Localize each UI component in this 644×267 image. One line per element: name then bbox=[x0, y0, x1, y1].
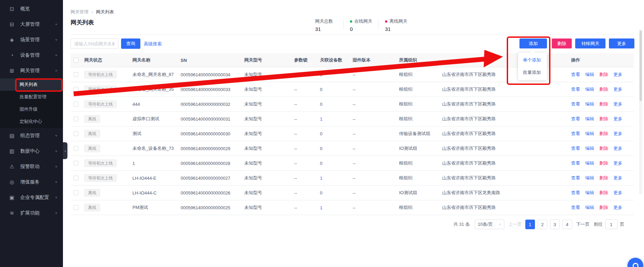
row-checkbox[interactable] bbox=[74, 176, 78, 180]
sidebar-item-data-center[interactable]: ▥数据中心∨ bbox=[0, 143, 63, 159]
edit-row-link[interactable]: 编辑 bbox=[585, 190, 594, 195]
advanced-search-link[interactable]: 高级搜索 bbox=[144, 41, 162, 47]
sidebar-item-scene-mgmt[interactable]: ◈场景管理∨ bbox=[0, 32, 63, 47]
sidebar-item-device-mgmt[interactable]: ◔设备管理∨ bbox=[0, 47, 63, 63]
support-float-button[interactable] bbox=[627, 258, 643, 267]
delete-row-link[interactable]: 删除 bbox=[599, 116, 608, 121]
transfer-gateway-button[interactable]: 转移网关 bbox=[575, 38, 605, 48]
view-row-link[interactable]: 查看 bbox=[571, 175, 580, 180]
dropdown-item-single-add[interactable]: 单个添加 bbox=[518, 54, 547, 66]
select-all-checkbox[interactable] bbox=[74, 58, 78, 63]
row-checkbox[interactable] bbox=[74, 116, 78, 121]
delete-row-link[interactable]: 删除 bbox=[599, 72, 608, 77]
linked-devices-count[interactable]: 1 bbox=[320, 176, 322, 181]
view-row-link[interactable]: 查看 bbox=[571, 205, 580, 210]
more-row-link[interactable]: 更多 bbox=[613, 116, 622, 121]
table-header-cell: 固件版本 bbox=[353, 57, 399, 63]
more-row-link[interactable]: 更多 bbox=[613, 205, 622, 210]
more-row-link[interactable]: 更多 bbox=[613, 175, 622, 180]
stats-divider bbox=[343, 19, 344, 29]
address-cell: 山东省济南市历下区龙奥南路 bbox=[442, 190, 571, 196]
param-lock-cell: -- bbox=[294, 205, 320, 210]
edit-row-link[interactable]: 编辑 bbox=[585, 160, 594, 166]
page-number-1[interactable]: 1 bbox=[525, 220, 535, 229]
delete-row-link[interactable]: 删除 bbox=[599, 101, 608, 107]
edit-row-link[interactable]: 编辑 bbox=[585, 101, 594, 107]
view-row-link[interactable]: 查看 bbox=[571, 131, 580, 136]
edit-row-link[interactable]: 编辑 bbox=[585, 205, 594, 210]
sidebar-item-gateway-mgmt[interactable]: ⊞网关管理∧ bbox=[0, 63, 63, 78]
param-lock-cell: -- bbox=[294, 72, 320, 77]
view-row-link[interactable]: 查看 bbox=[571, 146, 580, 151]
goto-page-input[interactable] bbox=[605, 220, 618, 229]
gateway-name-cell: PM测试 bbox=[132, 204, 181, 211]
search-input[interactable] bbox=[71, 38, 118, 49]
more-button[interactable]: 更多 bbox=[609, 38, 634, 48]
next-page-button[interactable]: 下一页 bbox=[576, 221, 590, 227]
sidebar-item-value-added-service[interactable]: ◎增值服务∨ bbox=[0, 174, 63, 190]
dropdown-item-batch-add[interactable]: 批量添加 bbox=[518, 66, 547, 79]
delete-row-link[interactable]: 删除 bbox=[599, 175, 608, 180]
view-row-link[interactable]: 查看 bbox=[571, 72, 580, 77]
sidebar-item-alarm-linkage[interactable]: ⚠报警联动∨ bbox=[0, 159, 63, 174]
row-checkbox[interactable] bbox=[74, 131, 78, 136]
edit-row-link[interactable]: 编辑 bbox=[585, 116, 594, 121]
edit-row-link[interactable]: 编辑 bbox=[585, 72, 594, 77]
org-cell: 传输设备测试组 bbox=[399, 131, 442, 137]
row-checkbox[interactable] bbox=[74, 190, 78, 195]
delete-row-link[interactable]: 删除 bbox=[599, 146, 608, 151]
more-row-link[interactable]: 更多 bbox=[613, 190, 622, 195]
query-button[interactable]: 查询 bbox=[121, 38, 140, 49]
linked-devices-count[interactable]: 1 bbox=[320, 116, 322, 122]
delete-row-link[interactable]: 删除 bbox=[599, 205, 608, 210]
sidebar-item-enterprise-config[interactable]: ▣企业专属配置∨ bbox=[0, 190, 63, 205]
more-row-link[interactable]: 更多 bbox=[613, 87, 622, 92]
linked-devices-count[interactable]: 1 bbox=[320, 205, 322, 210]
more-row-link[interactable]: 更多 bbox=[613, 131, 622, 136]
view-row-link[interactable]: 查看 bbox=[571, 87, 580, 92]
row-checkbox[interactable] bbox=[74, 72, 78, 77]
row-checkbox[interactable] bbox=[74, 102, 78, 107]
row-checkbox[interactable] bbox=[74, 146, 78, 151]
row-checkbox[interactable] bbox=[74, 205, 78, 210]
sn-cell: 00059614000000000033 bbox=[181, 87, 244, 92]
delete-row-link[interactable]: 删除 bbox=[599, 87, 608, 92]
row-checkbox[interactable] bbox=[74, 161, 78, 166]
sidebar-item-firmware-upgrade[interactable]: 固件升级 bbox=[0, 103, 63, 115]
delete-row-link[interactable]: 删除 bbox=[599, 131, 608, 136]
vertical-scrollbar[interactable] bbox=[639, 29, 642, 194]
sidebar-item-screen-mgmt[interactable]: ⊟大屏管理∨ bbox=[0, 16, 63, 32]
more-row-link[interactable]: 更多 bbox=[613, 72, 622, 77]
add-button[interactable]: 添加 bbox=[519, 38, 547, 48]
delete-row-link[interactable]: 删除 bbox=[599, 160, 608, 166]
sidebar-item-batch-config-mgmt[interactable]: 批量配置管理 bbox=[0, 91, 63, 103]
view-row-link[interactable]: 查看 bbox=[571, 160, 580, 166]
sidebar-collapse-handle[interactable]: ‹ bbox=[63, 142, 67, 159]
view-row-link[interactable]: 查看 bbox=[571, 116, 580, 121]
edit-row-link[interactable]: 编辑 bbox=[585, 175, 594, 180]
breadcrumb-parent[interactable]: 网关管理 bbox=[71, 9, 88, 14]
delete-button[interactable]: 删除 bbox=[552, 38, 572, 48]
sidebar-item-gateway-list[interactable]: 网关列表 bbox=[0, 78, 63, 91]
edit-row-link[interactable]: 编辑 bbox=[585, 146, 594, 151]
sidebar-item-customization-center[interactable]: 定制化中心 bbox=[0, 115, 63, 128]
edit-row-link[interactable]: 编辑 bbox=[585, 131, 594, 136]
page-number-3[interactable]: 3 bbox=[550, 220, 560, 229]
more-row-link[interactable]: 更多 bbox=[613, 146, 622, 151]
more-row-link[interactable]: 更多 bbox=[613, 160, 622, 166]
page-number-2[interactable]: 2 bbox=[538, 220, 547, 229]
page-number-4[interactable]: 4 bbox=[562, 220, 572, 229]
edit-row-link[interactable]: 编辑 bbox=[585, 87, 594, 92]
view-row-link[interactable]: 查看 bbox=[571, 101, 580, 107]
sidebar-item-extended-features[interactable]: ≋扩展功能∨ bbox=[0, 205, 63, 221]
page-size-select[interactable]: 10条/页 ∨ bbox=[475, 220, 504, 229]
prev-page-button[interactable]: 上一页 bbox=[508, 221, 522, 227]
sidebar-item-scada-mgmt[interactable]: ▤组态管理∨ bbox=[0, 128, 63, 143]
view-row-link[interactable]: 查看 bbox=[571, 190, 580, 195]
delete-row-link[interactable]: 删除 bbox=[599, 190, 608, 195]
gateway-name-cell: 444 bbox=[132, 102, 181, 107]
row-checkbox[interactable] bbox=[74, 87, 78, 92]
scrollbar-thumb[interactable] bbox=[640, 31, 642, 101]
sidebar-item-overview[interactable]: ⊡概览 bbox=[0, 1, 63, 16]
more-row-link[interactable]: 更多 bbox=[613, 101, 622, 107]
